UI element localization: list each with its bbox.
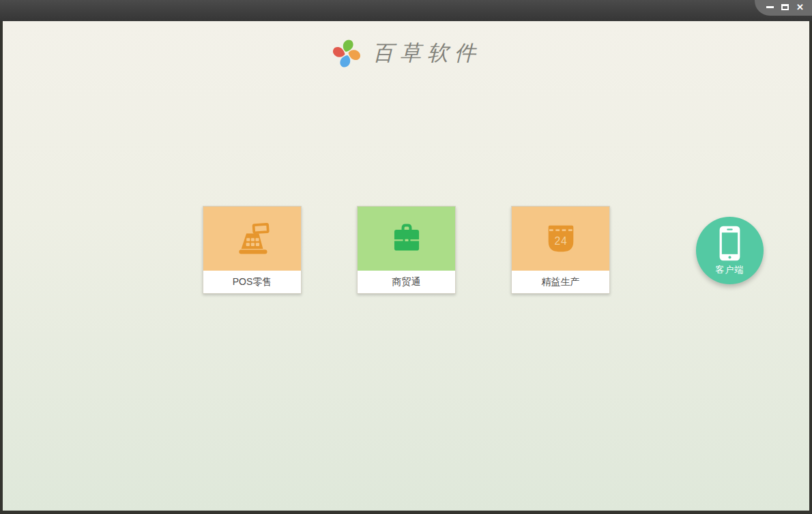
pinwheel-petal-left [333, 47, 345, 57]
register-paper [253, 224, 267, 233]
register-base [239, 250, 267, 254]
register-key [255, 238, 259, 241]
product-card-pos-retail[interactable]: POS零售 [203, 206, 302, 294]
brand-header: 百草软件 [3, 37, 809, 69]
client-label: 客户端 [716, 264, 744, 276]
window-controls: ✕ [755, 0, 812, 16]
pinwheel-petal-top [343, 40, 353, 52]
calendar-day: 24 [554, 235, 567, 247]
briefcase-clasp-slot [405, 239, 408, 241]
product-label: 精益生产 [512, 271, 609, 293]
close-button[interactable]: ✕ [796, 2, 804, 13]
app-window: ✕ 百草软件 [0, 0, 812, 514]
product-tile: 24 [512, 207, 609, 271]
register-key [255, 243, 259, 246]
pinwheel-petal-bottom [340, 55, 350, 67]
pinwheel-logo-icon [330, 37, 363, 69]
client-button[interactable]: 客户端 [696, 217, 764, 284]
briefcase-icon [388, 220, 426, 258]
smartphone-icon [718, 225, 742, 262]
product-card-trade[interactable]: 商贸通 [357, 206, 456, 294]
phone-speaker [727, 228, 732, 230]
phone-screen [722, 232, 738, 254]
app-name: 百草软件 [373, 39, 482, 67]
product-tile [358, 207, 455, 271]
title-bar: ✕ [0, 0, 812, 21]
phone-home-button [728, 256, 731, 258]
maximize-icon [781, 4, 789, 10]
register-key [250, 243, 254, 246]
close-icon: ✕ [796, 3, 804, 12]
main-content: 百草软件 POS零售 [3, 21, 809, 511]
product-card-lean-production[interactable]: 24 精益生产 [511, 206, 610, 294]
minimize-button[interactable] [766, 2, 774, 13]
pinwheel-petal-right [349, 50, 361, 60]
product-label: POS零售 [203, 271, 301, 293]
register-key [250, 238, 254, 241]
product-label: 商贸通 [358, 271, 455, 293]
minimize-icon [766, 6, 774, 8]
cash-register-icon [233, 219, 272, 258]
maximize-button[interactable] [781, 2, 789, 13]
register-key [246, 238, 250, 241]
product-tile [203, 207, 301, 271]
calendar-icon: 24 [542, 220, 579, 258]
register-key [246, 243, 249, 246]
